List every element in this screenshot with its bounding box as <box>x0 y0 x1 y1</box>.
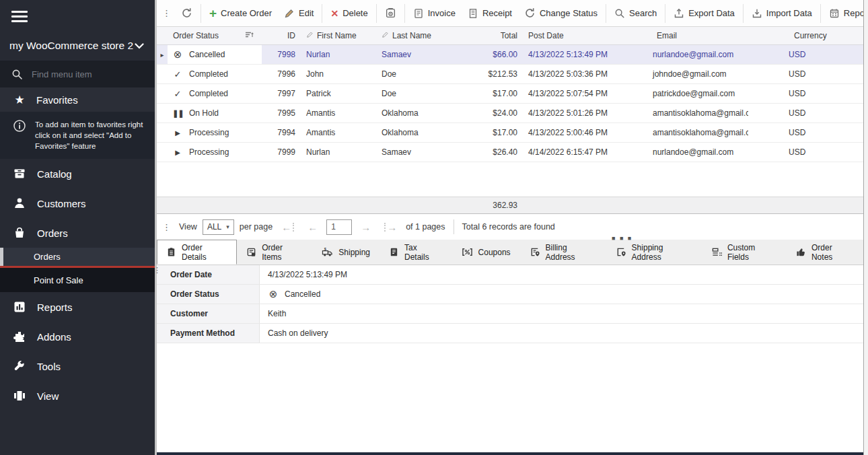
order-status-cell[interactable]: ▶Processing <box>168 123 262 142</box>
order-status-cell[interactable]: ✓Completed <box>168 84 262 103</box>
order-row[interactable]: ✓Completed 7997 Patrick Doe $17.00 4/13/… <box>157 84 863 104</box>
detail-value[interactable]: Keith <box>260 304 863 323</box>
sidebar-subitem-point-of-sale[interactable]: Point of Sale <box>0 268 155 292</box>
order-status-cell[interactable]: ❚❚On Hold <box>168 104 262 123</box>
post-date-cell[interactable]: 4/13/2022 5:13:49 PM <box>523 45 634 64</box>
order-id-cell[interactable]: 7996 <box>262 65 301 83</box>
preview-invoice-button[interactable] <box>379 3 402 24</box>
total-cell[interactable]: $212.53 <box>476 65 523 83</box>
search-button[interactable]: Search <box>608 3 663 24</box>
panel-splitter-grip-icon[interactable]: ■ ■ ■ <box>612 235 632 242</box>
total-cell[interactable]: $26.40 <box>476 143 523 162</box>
next-page-button[interactable]: → <box>357 221 374 233</box>
post-date-cell[interactable]: 4/13/2022 5:07:54 PM <box>523 84 634 103</box>
sidebar-item-catalog[interactable]: Catalog <box>0 159 155 188</box>
detail-value[interactable]: ⊗ Cancelled <box>260 285 863 304</box>
import-data-button[interactable]: Import Data <box>746 3 818 24</box>
email-cell[interactable]: nurlandoe@gmail.com <box>634 143 748 162</box>
tab-coupons[interactable]: Coupons <box>452 240 520 265</box>
currency-cell[interactable]: USD <box>748 143 863 162</box>
column-header-first-name[interactable]: First Name <box>301 27 376 44</box>
order-row[interactable]: ▶Processing 7999 Nurlan Samaev $26.40 4/… <box>157 143 863 162</box>
tab-custom-fields[interactable]: Custom Fields <box>702 240 787 265</box>
sidebar-splitter[interactable]: ⋮ <box>155 0 157 455</box>
sidebar-item-customers[interactable]: Customers <box>0 188 155 218</box>
last-name-cell[interactable]: Doe <box>376 84 476 103</box>
tab-billing-address[interactable]: Billing Address <box>520 240 606 265</box>
order-id-cell[interactable]: 7999 <box>262 143 301 162</box>
order-id-cell[interactable]: 7995 <box>262 104 301 123</box>
tab-order-notes[interactable]: Order Notes <box>787 240 863 265</box>
currency-cell[interactable]: USD <box>748 45 863 64</box>
currency-cell[interactable]: USD <box>748 84 863 103</box>
prev-page-button[interactable]: ← <box>304 221 321 233</box>
invoice-button[interactable]: Invoice <box>407 3 462 24</box>
total-cell[interactable]: $17.00 <box>476 84 523 103</box>
total-cell[interactable]: $24.00 <box>476 104 523 123</box>
post-date-cell[interactable]: 4/13/2022 5:01:26 PM <box>523 104 634 123</box>
tab-shipping-address[interactable]: Shipping Address <box>606 240 702 265</box>
reports-dropdown-button[interactable]: Reports ▾ <box>823 3 868 24</box>
export-data-button[interactable]: Export Data <box>667 3 741 24</box>
refresh-button[interactable] <box>175 3 198 24</box>
column-header-order-status[interactable]: Order Status <box>168 27 262 44</box>
order-status-cell[interactable]: ▶Processing <box>168 143 262 162</box>
currency-cell[interactable]: USD <box>748 65 863 83</box>
hamburger-menu-icon[interactable] <box>11 11 28 22</box>
delete-button[interactable]: ✕ Delete <box>324 3 373 24</box>
first-page-button[interactable]: ← <box>278 221 299 233</box>
last-name-cell[interactable]: Doe <box>376 65 476 83</box>
toolbar-grip-icon[interactable]: ⋮ <box>159 8 175 18</box>
sidebar-item-addons[interactable]: Addons <box>0 322 155 351</box>
first-name-cell[interactable]: Amantis <box>301 104 376 123</box>
receipt-button[interactable]: Receipt <box>462 3 518 24</box>
currency-cell[interactable]: USD <box>748 104 863 123</box>
post-date-cell[interactable]: 4/14/2022 6:15:47 PM <box>523 143 634 162</box>
page-number-input[interactable] <box>326 219 352 235</box>
sidebar-subitem-orders[interactable]: Orders <box>0 248 155 268</box>
edit-button[interactable]: Edit <box>278 3 320 24</box>
order-row[interactable]: ✓Completed 7996 John Doe $212.53 4/13/20… <box>157 65 863 84</box>
column-header-total[interactable]: Total <box>476 27 523 44</box>
column-header-id[interactable]: ID <box>262 27 301 44</box>
detail-value[interactable]: 4/13/2022 5:13:49 PM <box>260 265 863 284</box>
change-status-button[interactable]: Change Status <box>518 3 604 24</box>
sidebar-item-tools[interactable]: Tools <box>0 351 155 381</box>
order-id-cell[interactable]: 7994 <box>262 123 301 142</box>
email-cell[interactable]: patrickdoe@gmail.com <box>634 84 748 103</box>
column-header-last-name[interactable]: Last Name <box>376 27 476 44</box>
total-cell[interactable]: $66.00 <box>476 45 523 64</box>
sidebar-item-orders[interactable]: Orders <box>0 218 155 248</box>
column-header-post-date[interactable]: Post Date <box>523 27 634 44</box>
first-name-cell[interactable]: Nurlan <box>301 45 376 64</box>
tab-order-items[interactable]: Order Items <box>237 240 312 265</box>
post-date-cell[interactable]: 4/13/2022 5:03:36 PM <box>523 65 634 83</box>
create-order-button[interactable]: + Create Order <box>203 3 278 24</box>
post-date-cell[interactable]: 4/13/2022 5:00:46 PM <box>523 123 634 142</box>
first-name-cell[interactable]: Patrick <box>301 84 376 103</box>
tab-order-details[interactable]: Order Details <box>157 240 237 265</box>
order-row[interactable]: ❚❚On Hold 7995 Amantis Oklahoma $24.00 4… <box>157 104 863 123</box>
last-name-cell[interactable]: Oklahoma <box>376 123 476 142</box>
sidebar-item-favorites[interactable]: ★ Favorites <box>0 88 155 112</box>
order-status-cell[interactable]: ⊗Cancelled <box>168 45 262 64</box>
column-header-email[interactable]: Email <box>634 27 748 44</box>
column-header-currency[interactable]: Currency <box>748 27 863 44</box>
sidebar-item-reports[interactable]: Reports <box>0 292 155 322</box>
email-cell[interactable]: nurlandoe@gmail.com <box>634 45 748 64</box>
store-selector[interactable]: my WooCommerce store 2 <box>0 31 155 61</box>
detail-value[interactable]: Cash on delivery <box>260 324 863 343</box>
first-name-cell[interactable]: Nurlan <box>301 143 376 162</box>
order-row[interactable]: ▸ ⊗Cancelled 7998 Nurlan Samaev $66.00 4… <box>157 45 863 65</box>
email-cell[interactable]: amantisoklahoma@gmail.com <box>634 104 748 123</box>
email-cell[interactable]: amantisoklahoma@gmail.com <box>634 123 748 142</box>
tab-tax-details[interactable]: Tax Details <box>379 240 452 265</box>
tab-shipping[interactable]: $ Shipping <box>312 240 379 265</box>
last-name-cell[interactable]: Samaev <box>376 143 476 162</box>
first-name-cell[interactable]: John <box>301 65 376 83</box>
total-cell[interactable]: $17.00 <box>476 123 523 142</box>
order-row[interactable]: ▶Processing 7994 Amantis Oklahoma $17.00… <box>157 123 863 143</box>
last-page-button[interactable]: → <box>379 221 400 233</box>
order-status-cell[interactable]: ✓Completed <box>168 65 262 83</box>
sidebar-item-view[interactable]: View <box>0 381 155 411</box>
